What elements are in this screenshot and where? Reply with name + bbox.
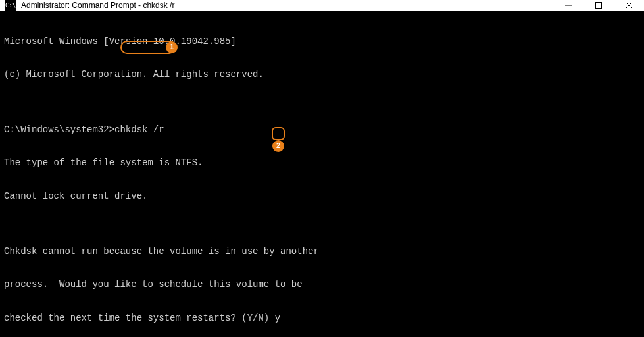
output-line: (c) Microsoft Corporation. All rights re… bbox=[4, 69, 640, 80]
output-line: process. Would you like to schedule this… bbox=[4, 279, 640, 290]
output-line: Chkdsk cannot run because the volume is … bbox=[4, 246, 640, 257]
cmd-window: C:\ Administrator: Command Prompt - chkd… bbox=[0, 0, 644, 337]
close-button[interactable] bbox=[614, 0, 644, 11]
svg-rect-1 bbox=[596, 3, 602, 9]
output-line: Cannot lock current drive. bbox=[4, 191, 640, 202]
window-controls bbox=[553, 0, 644, 11]
terminal-output[interactable]: Microsoft Windows [Version 10.0.19042.98… bbox=[0, 11, 644, 337]
output-line: Microsoft Windows [Version 10.0.19042.98… bbox=[4, 36, 640, 47]
maximize-button[interactable] bbox=[583, 0, 614, 11]
annotation-badge-2: 2 bbox=[272, 140, 284, 152]
output-line: C:\Windows\system32>chkdsk /r bbox=[4, 124, 640, 136]
titlebar[interactable]: C:\ Administrator: Command Prompt - chkd… bbox=[0, 0, 644, 11]
window-title: Administrator: Command Prompt - chkdsk /… bbox=[21, 1, 553, 10]
cmd-icon: C:\ bbox=[5, 0, 16, 11]
output-line: The type of the file system is NTFS. bbox=[4, 157, 640, 168]
output-line: checked the next time the system restart… bbox=[4, 313, 640, 324]
minimize-button[interactable] bbox=[553, 0, 583, 11]
